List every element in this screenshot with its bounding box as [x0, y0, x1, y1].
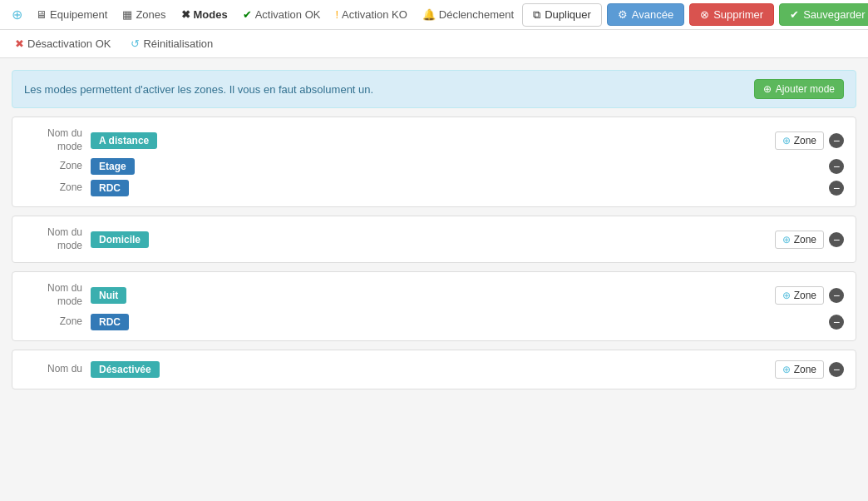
- modes-icon: ✖: [181, 8, 190, 21]
- zones-icon: ▦: [122, 8, 132, 21]
- nav-modes[interactable]: ✖ Modes: [175, 0, 234, 30]
- sauvegarder-button[interactable]: ✔ Sauvegarder: [779, 3, 868, 26]
- mode-badge-1: Domicile: [91, 231, 149, 248]
- zone-row-0-0: ZoneEtage−: [24, 158, 844, 175]
- info-text: Les modes permettent d'activer les zones…: [24, 83, 373, 96]
- nav-equipement[interactable]: 🖥 Equipement: [29, 0, 114, 30]
- nav-zones[interactable]: ▦ Zones: [116, 0, 172, 30]
- plus-icon: ⊕: [763, 83, 772, 95]
- mode-card-mode2: Nom du modeDomicile⊕ Zone−: [12, 216, 856, 263]
- top-navigation: ⊕ 🖥 Equipement ▦ Zones ✖ Modes ✔ Activat…: [0, 0, 868, 30]
- remove-zone-button-2-0[interactable]: −: [829, 315, 844, 330]
- plus-zone-icon: ⊕: [782, 290, 791, 301]
- mode-card-mode3: Nom du modeNuit⊕ Zone−ZoneRDC−: [12, 271, 856, 340]
- avancee-button[interactable]: ⚙ Avancée: [607, 3, 684, 26]
- top-actions: ⧉ Dupliquer ⚙ Avancée ⊗ Supprimer ✔ Sauv…: [522, 3, 868, 27]
- home-icon[interactable]: ⊕: [7, 0, 27, 30]
- remove-mode-button-0[interactable]: −: [829, 133, 844, 148]
- mode-name-row-1: Nom du modeDomicile⊕ Zone−: [24, 226, 844, 252]
- add-zone-button-2[interactable]: ⊕ Zone: [775, 286, 824, 305]
- remove-zone-button-0-1[interactable]: −: [829, 181, 844, 196]
- remove-zone-button-0-0[interactable]: −: [829, 159, 844, 174]
- zone-row-0-1: ZoneRDC−: [24, 180, 844, 196]
- zone-label-2-0: Zone: [24, 315, 91, 329]
- dupliquer-icon: ⧉: [533, 8, 540, 22]
- mode-badge-3: Désactivée: [91, 361, 160, 378]
- zone-label-0-0: Zone: [24, 160, 91, 173]
- plus-zone-icon: ⊕: [782, 234, 791, 246]
- add-zone-button-1[interactable]: ⊕ Zone: [775, 231, 824, 249]
- mode-nom-label-0: Nom du mode: [24, 127, 91, 153]
- zone-badge-2-0: RDC: [91, 314, 129, 330]
- mode-actions-1: ⊕ Zone−: [775, 231, 844, 249]
- zone-badge-0-0: Etage: [91, 158, 135, 175]
- supprimer-button[interactable]: ⊗ Supprimer: [689, 3, 774, 26]
- mode-actions-0: ⊕ Zone−: [775, 131, 844, 150]
- remove-mode-button-2[interactable]: −: [829, 288, 844, 303]
- settings-icon: ⚙: [618, 8, 628, 21]
- dupliquer-button[interactable]: ⧉ Dupliquer: [522, 3, 602, 27]
- zone-row-2-0: ZoneRDC−: [24, 314, 844, 330]
- zone-label-0-1: Zone: [24, 181, 91, 195]
- mode-name-row-3: Nom duDésactivée⊕ Zone−: [24, 360, 844, 379]
- mode-badge-0: A distance: [91, 132, 157, 149]
- save-icon: ✔: [790, 8, 799, 21]
- mode-nom-label-2: Nom du mode: [24, 282, 91, 308]
- modes-content: Nom du modeA distance⊕ Zone−ZoneEtage−Zo…: [0, 117, 868, 409]
- nav-activation-ok[interactable]: ✔ Activation OK: [236, 0, 328, 30]
- desactivation-ok-icon: ✖: [15, 37, 24, 50]
- mode-card-mode4: Nom duDésactivée⊕ Zone−: [12, 350, 856, 389]
- plus-zone-icon: ⊕: [782, 364, 791, 375]
- equipement-icon: 🖥: [36, 8, 47, 21]
- info-banner: Les modes permettent d'activer les zones…: [12, 70, 856, 108]
- sub-navigation: ✖ Désactivation OK ↺ Réinitialisation: [0, 30, 868, 58]
- bell-icon: 🔔: [422, 8, 436, 21]
- mode-actions-3: ⊕ Zone−: [775, 360, 844, 379]
- add-zone-button-3[interactable]: ⊕ Zone: [775, 360, 824, 379]
- activation-ko-icon: !: [335, 8, 338, 21]
- add-zone-button-0[interactable]: ⊕ Zone: [775, 131, 824, 150]
- mode-name-row-2: Nom du modeNuit⊕ Zone−: [24, 282, 844, 308]
- mode-name-row-0: Nom du modeA distance⊕ Zone−: [24, 127, 844, 153]
- reinitialisation-icon: ↺: [131, 37, 140, 50]
- ajouter-mode-button[interactable]: ⊕ Ajouter mode: [754, 79, 844, 99]
- delete-icon: ⊗: [700, 8, 709, 21]
- remove-mode-button-3[interactable]: −: [829, 362, 844, 377]
- mode-nom-label-1: Nom du mode: [24, 226, 91, 252]
- mode-actions-2: ⊕ Zone−: [775, 286, 844, 305]
- remove-mode-button-1[interactable]: −: [829, 232, 844, 247]
- activation-ok-icon: ✔: [243, 8, 252, 21]
- nav-activation-ko[interactable]: ! Activation KO: [328, 0, 413, 30]
- plus-zone-icon: ⊕: [782, 135, 791, 146]
- nav-declenchement[interactable]: 🔔 Déclenchement: [416, 0, 520, 30]
- nav-desactivation-ok[interactable]: ✖ Désactivation OK: [7, 30, 119, 58]
- mode-card-mode1: Nom du modeA distance⊕ Zone−ZoneEtage−Zo…: [12, 117, 856, 207]
- mode-nom-label-3: Nom du: [24, 363, 91, 376]
- zone-badge-0-1: RDC: [91, 180, 129, 196]
- nav-reinitialisation[interactable]: ↺ Réinitialisation: [122, 30, 221, 58]
- mode-badge-2: Nuit: [91, 287, 126, 304]
